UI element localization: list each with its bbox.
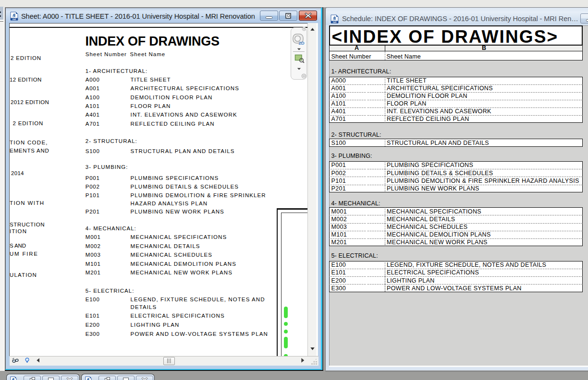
svg-text:rvt: rvt bbox=[12, 18, 16, 21]
svg-text:rvt: rvt bbox=[333, 21, 336, 24]
